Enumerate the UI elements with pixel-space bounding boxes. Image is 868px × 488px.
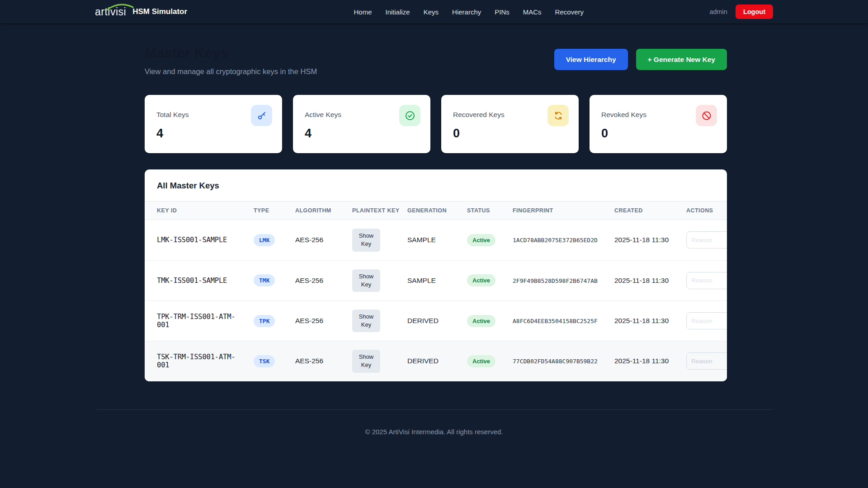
page-footer: © 2025 ArtiVisi Intermedia. All rights r… xyxy=(95,409,773,463)
check-circle-icon xyxy=(399,105,420,126)
nav-item-keys[interactable]: Keys xyxy=(424,8,439,16)
stat-card-total-keys: Total Keys 4 xyxy=(145,95,282,153)
col-header-plaintext-key: Plaintext Key xyxy=(349,202,404,220)
col-header-fingerprint: Fingerprint xyxy=(509,202,611,220)
generation: DERIVED xyxy=(407,317,439,324)
logo-swoosh-icon xyxy=(106,4,134,11)
algorithm: AES-256 xyxy=(295,317,323,324)
username-label: admin xyxy=(709,8,727,15)
type-badge: LMK xyxy=(254,234,275,246)
reason-input[interactable] xyxy=(686,352,727,370)
col-header-algorithm: Algorithm xyxy=(292,202,349,220)
main-nav: Home Initialize Keys Hierarchy PINs MACs… xyxy=(313,8,583,16)
reason-input[interactable] xyxy=(686,231,727,249)
col-header-generation: Generation xyxy=(404,202,463,220)
stat-card-recovered-keys: Recovered Keys 0 xyxy=(441,95,579,153)
stats-row: Total Keys 4 Active Keys 4 Recovere xyxy=(95,95,773,153)
created-timestamp: 2025-11-18 11:30 xyxy=(614,317,669,324)
col-header-created: Created xyxy=(611,202,683,220)
status-badge: Active xyxy=(467,234,495,246)
fingerprint: A8FC6D4EEB3504158BC2525F xyxy=(513,318,598,324)
table-row: TPK-TRM-ISS001-ATM-001 TPK AES-256 Show … xyxy=(145,300,727,341)
generation: DERIVED xyxy=(407,357,439,365)
fingerprint: 2F9F49B8528D598F2B6747AB xyxy=(513,277,598,284)
created-timestamp: 2025-11-18 11:30 xyxy=(614,357,669,365)
logout-button[interactable]: Logout xyxy=(736,5,773,19)
show-key-button[interactable]: Show Key xyxy=(352,350,380,372)
view-hierarchy-button[interactable]: View Hierarchy xyxy=(554,49,628,70)
col-header-status: Status xyxy=(463,202,509,220)
col-header-key-id: Key ID xyxy=(145,202,250,220)
reason-input[interactable] xyxy=(686,312,727,329)
page-subtitle: View and manage all cryptographic keys i… xyxy=(145,67,317,76)
stat-value: 0 xyxy=(601,127,715,141)
artivisi-logo: artivisi xyxy=(95,7,126,17)
generation: SAMPLE xyxy=(407,236,436,244)
algorithm: AES-256 xyxy=(295,357,323,365)
key-id: LMK-ISS001-SAMPLE xyxy=(157,236,227,244)
status-badge: Active xyxy=(467,355,495,367)
fingerprint: 77CDB02FD54A88C907B59B22 xyxy=(513,358,598,365)
table-row: TSK-TRM-ISS001-ATM-001 TSK AES-256 Show … xyxy=(145,341,727,381)
brand: artivisi HSM Simulator xyxy=(95,7,187,17)
nav-item-pins[interactable]: PINs xyxy=(495,8,509,16)
reason-input[interactable] xyxy=(686,272,727,289)
created-timestamp: 2025-11-18 11:30 xyxy=(614,236,669,244)
created-timestamp: 2025-11-18 11:30 xyxy=(614,277,669,284)
stat-value: 4 xyxy=(305,127,419,141)
table-row: LMK-ISS001-SAMPLE LMK AES-256 Show Key S… xyxy=(145,220,727,260)
algorithm: AES-256 xyxy=(295,277,323,284)
status-badge: Active xyxy=(467,274,495,286)
col-header-actions: Actions xyxy=(683,202,727,220)
show-key-button[interactable]: Show Key xyxy=(352,269,380,292)
key-id: TPK-TRM-ISS001-ATM-001 xyxy=(157,313,236,329)
nav-item-home[interactable]: Home xyxy=(354,8,372,16)
status-badge: Active xyxy=(467,315,495,327)
show-key-button[interactable]: Show Key xyxy=(352,229,380,251)
stat-value: 0 xyxy=(453,127,567,141)
refresh-icon xyxy=(547,105,569,126)
nav-item-recovery[interactable]: Recovery xyxy=(555,8,584,16)
type-badge: TSK xyxy=(254,355,275,367)
nav-item-initialize[interactable]: Initialize xyxy=(386,8,410,16)
table-row: TMK-ISS001-SAMPLE TMK AES-256 Show Key S… xyxy=(145,260,727,300)
fingerprint: 1ACD78ABB2075E372B65ED2D xyxy=(513,237,598,244)
key-id: TSK-TRM-ISS001-ATM-001 xyxy=(157,353,236,369)
app-title: HSM Simulator xyxy=(132,7,187,16)
table-title: All Master Keys xyxy=(157,181,715,191)
table-header-row: Key ID Type Algorithm Plaintext Key Gene… xyxy=(145,202,727,220)
copyright-text: © 2025 ArtiVisi Intermedia. All rights r… xyxy=(95,410,773,463)
show-key-button[interactable]: Show Key xyxy=(352,310,380,332)
nav-item-macs[interactable]: MACs xyxy=(523,8,542,16)
key-id: TMK-ISS001-SAMPLE xyxy=(157,277,227,285)
master-keys-panel: All Master Keys Key ID Type Algorithm Pl… xyxy=(145,169,727,381)
master-keys-table: Key ID Type Algorithm Plaintext Key Gene… xyxy=(145,201,727,381)
page-title: Master Keys xyxy=(145,45,317,61)
top-navbar: artivisi HSM Simulator Home Initialize K… xyxy=(0,0,868,23)
key-icon xyxy=(251,105,272,126)
algorithm: AES-256 xyxy=(295,236,323,244)
generation: SAMPLE xyxy=(407,277,436,284)
prohibit-icon xyxy=(696,105,717,126)
stat-value: 4 xyxy=(156,127,270,141)
generate-new-key-button[interactable]: + Generate New Key xyxy=(636,49,727,70)
stat-card-active-keys: Active Keys 4 xyxy=(293,95,430,153)
type-badge: TMK xyxy=(254,274,275,286)
type-badge: TPK xyxy=(254,315,275,327)
stat-card-revoked-keys: Revoked Keys 0 xyxy=(590,95,727,153)
nav-item-hierarchy[interactable]: Hierarchy xyxy=(452,8,481,16)
col-header-type: Type xyxy=(250,202,292,220)
